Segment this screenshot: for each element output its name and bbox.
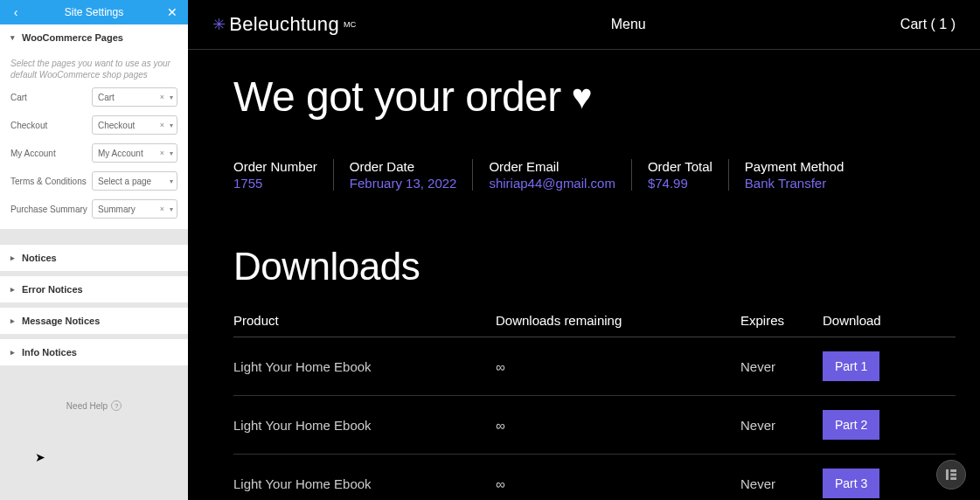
cell-expires: Never xyxy=(740,337,823,396)
section-error-notices[interactable]: ▸ Error Notices xyxy=(0,276,188,302)
meta-label: Order Number xyxy=(233,159,317,174)
preview-frame: ✳ BeleuchtungMC Menu Cart ( 1 ) We got y… xyxy=(188,0,980,500)
section-label: Error Notices xyxy=(22,284,83,295)
select-purchase-summary[interactable]: Summary × ▾ xyxy=(92,199,177,219)
need-help-link[interactable]: Need Help ? xyxy=(66,400,122,411)
section-title-label: WooCommerce Pages xyxy=(22,32,123,43)
meta-value: February 13, 2022 xyxy=(350,176,457,191)
select-value: Summary xyxy=(98,205,136,214)
download-button[interactable]: Part 3 xyxy=(823,469,879,498)
select-value: Checkout xyxy=(98,121,135,130)
clear-icon[interactable]: × xyxy=(160,205,164,213)
spark-icon: ✳ xyxy=(212,15,226,34)
brand[interactable]: ✳ BeleuchtungMC xyxy=(212,13,357,36)
cell-product: Light Your Home Ebook xyxy=(233,455,496,501)
cell-product: Light Your Home Ebook xyxy=(233,396,496,455)
sidebar-footer: Need Help ? xyxy=(0,365,188,500)
meta-order-number: Order Number 1755 xyxy=(233,159,334,191)
table-row: Light Your Home Ebook ∞ Never Part 2 xyxy=(233,396,956,455)
cart-link[interactable]: Cart ( 1 ) xyxy=(900,17,956,32)
clear-icon[interactable]: × xyxy=(160,121,164,129)
svg-rect-0 xyxy=(946,469,949,480)
th-download: Download xyxy=(823,313,956,337)
select-my-account[interactable]: My Account × ▾ xyxy=(92,143,177,163)
caret-right-icon: ▸ xyxy=(10,253,15,262)
th-product: Product xyxy=(233,313,496,337)
field-label: My Account xyxy=(10,149,56,158)
page-title: We got your order ♥ xyxy=(233,73,956,121)
meta-payment-method: Payment Method Bank Transfer xyxy=(729,159,859,191)
select-value: Cart xyxy=(98,93,115,102)
section-label: Notices xyxy=(22,253,57,263)
close-icon[interactable]: ✕ xyxy=(160,0,184,24)
section-woocommerce-pages[interactable]: ▾ WooCommerce Pages xyxy=(0,24,188,51)
sidebar-header: ‹ Site Settings ✕ xyxy=(0,0,188,24)
download-button[interactable]: Part 2 xyxy=(823,410,879,440)
field-purchase-summary: Purchase Summary Summary × ▾ xyxy=(10,199,177,219)
page-content: We got your order ♥ Order Number 1755 Or… xyxy=(188,50,980,500)
section-message-notices[interactable]: ▸ Message Notices xyxy=(0,308,188,334)
download-button[interactable]: Part 1 xyxy=(823,351,879,381)
table-row: Light Your Home Ebook ∞ Never Part 1 xyxy=(233,337,956,396)
section-info-notices[interactable]: ▸ Info Notices xyxy=(0,339,188,365)
field-label: Terms & Conditions xyxy=(10,177,87,186)
section-label: Message Notices xyxy=(22,316,100,326)
select-cart[interactable]: Cart × ▾ xyxy=(92,87,177,107)
meta-value: 1755 xyxy=(233,176,317,191)
chevron-down-icon: ▾ xyxy=(170,177,173,185)
menu-link[interactable]: Menu xyxy=(611,17,646,32)
cell-expires: Never xyxy=(740,396,823,455)
clear-icon[interactable]: × xyxy=(160,149,164,157)
meta-value: $74.99 xyxy=(648,176,712,191)
svg-rect-2 xyxy=(950,474,956,476)
select-value: My Account xyxy=(98,149,143,158)
clear-icon[interactable]: × xyxy=(160,93,164,101)
order-meta: Order Number 1755 Order Date February 13… xyxy=(233,159,956,191)
meta-order-email: Order Email shiriap44@gmail.com xyxy=(473,159,631,191)
field-checkout: Checkout Checkout × ▾ xyxy=(10,115,177,135)
title-text: We got your order xyxy=(233,73,561,121)
brand-name: Beleuchtung xyxy=(229,13,339,36)
meta-value: Bank Transfer xyxy=(745,176,844,191)
section-notices[interactable]: ▸ Notices xyxy=(0,245,188,271)
section-label: Info Notices xyxy=(22,347,77,358)
chevron-down-icon: ▾ xyxy=(170,94,173,101)
caret-right-icon: ▸ xyxy=(10,348,15,357)
field-cart: Cart Cart × ▾ xyxy=(10,87,177,107)
caret-right-icon: ▸ xyxy=(10,285,15,294)
elementor-edit-button[interactable] xyxy=(936,460,966,490)
cell-expires: Never xyxy=(740,455,823,501)
field-terms: Terms & Conditions Select a page ▾ xyxy=(10,171,177,191)
meta-label: Payment Method xyxy=(745,159,844,174)
elementor-icon xyxy=(943,467,959,483)
cell-remaining: ∞ xyxy=(496,455,740,501)
meta-label: Order Date xyxy=(350,159,457,174)
meta-order-total: Order Total $74.99 xyxy=(632,159,729,191)
field-my-account: My Account My Account × ▾ xyxy=(10,143,177,163)
section-body: Select the pages you want to use as your… xyxy=(0,51,188,229)
sidebar-title: Site Settings xyxy=(65,6,123,18)
cell-remaining: ∞ xyxy=(496,337,740,396)
svg-rect-1 xyxy=(950,469,956,472)
need-help-label: Need Help xyxy=(66,401,108,411)
help-icon: ? xyxy=(111,400,122,411)
back-icon[interactable]: ‹ xyxy=(3,0,28,24)
chevron-down-icon: ▾ xyxy=(170,205,173,213)
caret-down-icon: ▾ xyxy=(10,33,15,42)
meta-label: Order Email xyxy=(489,159,615,174)
meta-order-date: Order Date February 13, 2022 xyxy=(334,159,474,191)
th-remaining: Downloads remaining xyxy=(496,313,740,337)
downloads-heading: Downloads xyxy=(233,245,956,288)
th-expires: Expires xyxy=(740,313,823,337)
cell-product: Light Your Home Ebook xyxy=(233,337,496,396)
caret-right-icon: ▸ xyxy=(10,316,15,325)
svg-rect-3 xyxy=(950,477,956,480)
select-terms[interactable]: Select a page ▾ xyxy=(92,171,177,191)
chevron-down-icon: ▾ xyxy=(170,122,173,129)
select-value: Select a page xyxy=(98,177,151,186)
brand-sup: MC xyxy=(344,20,357,29)
site-header: ✳ BeleuchtungMC Menu Cart ( 1 ) xyxy=(188,0,980,50)
select-checkout[interactable]: Checkout × ▾ xyxy=(92,115,177,135)
meta-label: Order Total xyxy=(648,159,712,174)
section-help-text: Select the pages you want to use as your… xyxy=(10,58,177,80)
